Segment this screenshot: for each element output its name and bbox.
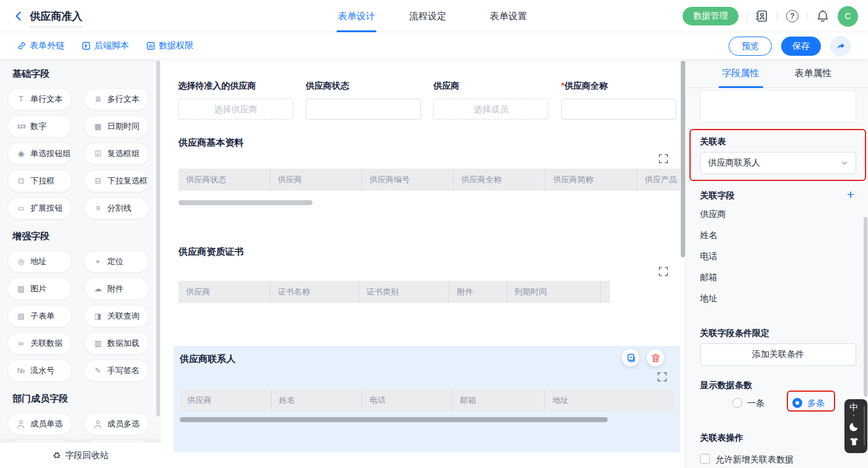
field-name-input[interactable] [700,90,856,123]
field-supplier-member[interactable]: 供应商 选择成员 [433,81,549,120]
user-avatar[interactable]: C [838,6,858,27]
table-horizontal-scrollbar[interactable] [180,417,608,422]
field-type-divider[interactable]: ≡分割线 [84,197,149,219]
related-field-item[interactable]: 地址 [700,293,717,304]
section-supplier-contacts-selected[interactable]: 供应商联系人 供应商 姓名 电话 邮箱 地址 [174,346,680,453]
field-type-multi-select[interactable]: ⊟下拉复选框 [84,170,149,192]
multi-select-icon: ⊟ [93,177,103,185]
allow-add-related-data-checkbox[interactable] [700,454,710,464]
field-type-signature[interactable]: ✎手写签名 [84,360,149,382]
related-field-item[interactable]: 姓名 [700,230,717,241]
field-type-extend-button[interactable]: ▭扩展按钮 [7,197,72,219]
data-permission-link[interactable]: 数据权限 [146,40,193,51]
tab-flow-settings[interactable]: 流程设定 [409,0,446,32]
supplier-fullname-input[interactable] [561,99,676,120]
field-type-address[interactable]: ◎地址 [7,250,72,273]
contacts-book-icon[interactable] [755,9,769,23]
backend-script-link[interactable]: 后端脚本 [82,40,129,51]
share-button[interactable] [830,36,851,56]
related-table-select[interactable]: 供应商联系人 [700,152,856,174]
skin-shirt-icon[interactable] [849,436,859,447]
field-type-select[interactable]: ⊡下拉框 [7,170,72,192]
field-type-radio-group[interactable]: ◉单选按钮组 [7,143,72,165]
fullscreen-expand-icon[interactable] [658,267,668,276]
ime-drag-handle[interactable] [864,406,865,446]
serial-number-icon: № [16,367,26,374]
ime-statusbar[interactable]: 中 ’ [844,399,867,453]
related-table-label: 关联表 [700,136,726,148]
field-type-linked-query[interactable]: ◨关联查询 [84,305,149,327]
header-actions: 数据管理 ? C [683,0,858,32]
ime-mode-chinese[interactable]: 中 [844,402,863,413]
script-icon [82,42,91,50]
select-pending-supplier-input[interactable]: 选择供应商 [178,99,293,120]
field-type-subform[interactable]: ▤子表单 [7,305,72,327]
back-icon[interactable] [12,10,25,22]
related-field-item[interactable]: 邮箱 [700,272,717,283]
add-condition-button[interactable]: 添加关联条件 [700,343,856,366]
help-icon[interactable]: ? [786,9,799,23]
field-type-linked-data[interactable]: ∞关联数据 [7,332,72,355]
field-type-checkbox-group[interactable]: ☑复选框组 [84,143,149,165]
page-title[interactable]: 供应商准入 [30,9,82,27]
table-supplier-certificates-header: 供应商 证书名称 证书类别 附件 到期时间 [179,281,610,303]
toolbar-actions: 预览 保存 [728,36,851,56]
tab-field-properties[interactable]: 字段属性 [719,60,763,88]
section-title-supplier-contacts: 供应商联系人 [180,353,236,365]
radio-multiple-records[interactable] [792,398,802,408]
panel-scrollbar[interactable] [864,217,867,397]
allow-add-related-data-label[interactable]: 允许新增关联表数据 [715,454,794,466]
field-supplier-status[interactable]: 供应商状态 [306,81,421,120]
field-type-member-single[interactable]: 成员单选 [7,413,72,435]
field-type-attachment[interactable]: ☁附件 [84,278,149,300]
radio-single-record[interactable] [732,398,742,408]
field-select-pending-supplier[interactable]: 选择待准入的供应商 选择供应商 [178,81,293,120]
property-panel: 字段属性 表单属性 关联表 供应商联系人 关联字段 + 供应商 姓名 电话 邮箱… [685,60,868,468]
fullscreen-expand-icon[interactable] [658,154,668,164]
related-field-item[interactable]: 电话 [700,251,717,262]
tab-form-properties[interactable]: 表单属性 [791,60,836,88]
checkbox-group-icon: ☑ [93,150,103,157]
radio-single-record-label[interactable]: 一条 [747,398,764,409]
add-related-field-icon[interactable]: + [847,189,854,200]
canvas-scrollbar[interactable] [681,61,685,257]
field-type-data-load[interactable]: ▥数据加载 [84,332,149,355]
display-count-label: 显示数据条数 [700,380,752,391]
field-type-image[interactable]: ▨图片 [7,278,72,300]
field-type-datetime[interactable]: ▦日期时间 [84,115,149,138]
section-title-supplier-basic-info: 供应商基本资料 [179,137,244,149]
notification-bell-icon[interactable] [816,9,830,23]
field-type-member-multi[interactable]: 成员多选 [84,413,149,435]
field-type-multi-line-text[interactable]: ≣多行文本 [84,88,149,110]
field-type-single-line-text[interactable]: T单行文本 [7,88,72,110]
moon-dark-mode-icon[interactable] [849,422,859,432]
field-type-location[interactable]: ⌖定位 [84,250,149,273]
tab-form-settings[interactable]: 表单设置 [490,0,527,32]
ime-punctuation[interactable]: ’ [844,413,863,421]
app-window: 供应商准入 表单设计 流程设定 表单设置 数据管理 ? C 表单外链 [0,0,868,468]
delete-field-icon[interactable] [647,349,664,366]
related-field-item[interactable]: 供应商 [700,209,726,220]
save-button[interactable]: 保存 [781,37,821,56]
form-external-link[interactable]: 表单外链 [17,40,64,51]
linked-query-icon: ◨ [93,312,103,320]
field-supplier-fullname[interactable]: *供应商全称 [561,81,676,120]
section-title-member-fields: 部门成员字段 [12,393,68,405]
sidebar-scrollbar[interactable] [156,61,160,417]
attachment-icon: ☁ [93,285,103,293]
field-type-number[interactable]: 123数字 [7,115,72,138]
duplicate-field-icon[interactable] [622,349,639,366]
extend-button-icon: ▭ [16,205,26,212]
table-horizontal-scrollbar[interactable] [179,200,312,205]
tab-form-design[interactable]: 表单设计 [338,0,375,32]
supplier-status-input[interactable] [306,99,421,120]
fullscreen-expand-icon[interactable] [657,372,667,382]
preview-button[interactable]: 预览 [728,37,772,56]
field-type-serial-number[interactable]: №流水号 [7,360,72,382]
share-arrow-icon [836,42,846,51]
data-manage-button[interactable]: 数据管理 [683,7,738,25]
form-canvas: 选择待准入的供应商 选择供应商 供应商状态 供应商 选择成员 *供应商全称 供应… [161,60,680,468]
radio-multiple-records-label[interactable]: 多条 [807,398,825,409]
field-recycle-bin[interactable]: ♻ 字段回收站 [0,443,161,468]
supplier-member-input[interactable]: 选择成员 [433,99,549,120]
